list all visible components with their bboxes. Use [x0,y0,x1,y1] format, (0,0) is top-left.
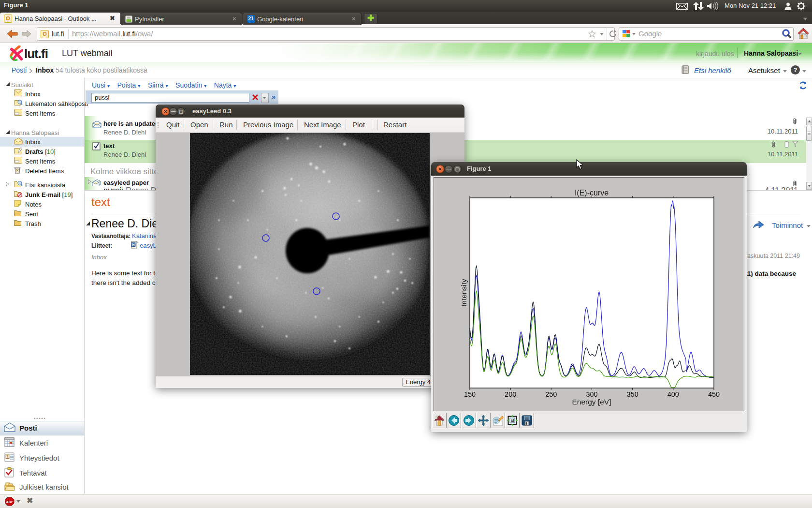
svg-text:I(E)-curve: I(E)-curve [575,189,609,197]
svg-text:250: 250 [545,390,557,398]
svg-text:350: 350 [627,390,638,398]
svg-text:ABP: ABP [6,500,14,504]
svg-text:Intensity: Intensity [460,279,468,307]
svg-text:400: 400 [667,390,679,398]
svg-text:Energy [eV]: Energy [eV] [572,398,611,406]
svg-text:200: 200 [505,390,516,398]
svg-text:W: W [131,243,135,247]
svg-text:300: 300 [586,390,597,398]
svg-text:150: 150 [464,390,476,398]
svg-text:450: 450 [708,390,720,398]
